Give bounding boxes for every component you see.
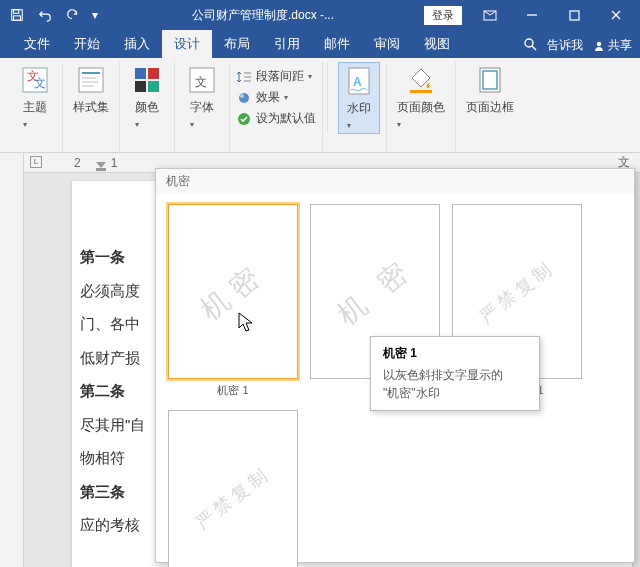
- svg-rect-2: [14, 16, 21, 20]
- style-set-icon: [75, 64, 107, 96]
- tab-home[interactable]: 开始: [62, 30, 112, 58]
- title-right: 登录: [424, 1, 636, 29]
- close-icon[interactable]: [596, 1, 636, 29]
- page-border-button[interactable]: 页面边框: [462, 62, 518, 118]
- undo-icon[interactable]: [32, 3, 58, 27]
- tooltip-title: 机密 1: [383, 345, 527, 362]
- tab-insert[interactable]: 插入: [112, 30, 162, 58]
- para-spacing-icon: [236, 69, 252, 85]
- tooltip: 机密 1 以灰色斜排文字显示的"机密"水印: [370, 336, 540, 411]
- tell-me[interactable]: 告诉我: [547, 37, 583, 54]
- quick-access-toolbar: ▾: [4, 3, 102, 27]
- paragraph-spacing-button[interactable]: 段落间距 ▾: [236, 66, 312, 87]
- style-set-button[interactable]: 样式集: [69, 62, 113, 118]
- tab-view[interactable]: 视图: [412, 30, 462, 58]
- svg-rect-19: [135, 68, 146, 79]
- watermark-button[interactable]: A 水印▾: [338, 62, 380, 134]
- title-bar: ▾ 公司财产管理制度.docx -... 登录: [0, 0, 640, 30]
- fonts-button[interactable]: 文 字体▾: [181, 62, 223, 132]
- page-color-icon: [405, 64, 437, 96]
- ribbon-options-icon[interactable]: [470, 1, 510, 29]
- checkmark-icon: [236, 111, 252, 127]
- watermark-caption: 机密 1: [217, 383, 248, 398]
- themes-icon: 文文: [19, 64, 51, 96]
- tooltip-body: 以灰色斜排文字显示的"机密"水印: [383, 366, 527, 402]
- document-title: 公司财产管理制度.docx -...: [102, 7, 424, 24]
- tab-review[interactable]: 审阅: [362, 30, 412, 58]
- maximize-icon[interactable]: [554, 1, 594, 29]
- vertical-ruler[interactable]: [0, 153, 24, 567]
- ribbon-tabs: 文件 开始 插入 设计 布局 引用 邮件 审阅 视图 告诉我 共享: [0, 30, 640, 58]
- tab-file[interactable]: 文件: [12, 30, 62, 58]
- svg-rect-37: [96, 168, 106, 171]
- svg-rect-5: [570, 11, 579, 20]
- fonts-icon: 文: [186, 64, 218, 96]
- tab-layout[interactable]: 布局: [212, 30, 262, 58]
- svg-line-9: [532, 46, 536, 50]
- tab-references[interactable]: 引用: [262, 30, 312, 58]
- tab-design[interactable]: 设计: [162, 30, 212, 58]
- search-icon[interactable]: [523, 37, 537, 54]
- svg-rect-1: [14, 10, 19, 14]
- tab-mail[interactable]: 邮件: [312, 30, 362, 58]
- svg-marker-36: [96, 162, 106, 168]
- set-default-button[interactable]: 设为默认值: [236, 108, 316, 129]
- svg-point-10: [597, 41, 601, 45]
- svg-point-29: [240, 94, 244, 98]
- svg-rect-20: [148, 68, 159, 79]
- share-button[interactable]: 共享: [593, 37, 632, 54]
- effects-button[interactable]: 效果 ▾: [236, 87, 288, 108]
- themes-button[interactable]: 文文 主题▾: [14, 62, 56, 132]
- indent-marker-icon[interactable]: [96, 161, 106, 169]
- page-color-button[interactable]: 页面颜色▾: [393, 62, 449, 132]
- svg-text:文: 文: [34, 76, 46, 90]
- svg-point-8: [525, 39, 533, 47]
- save-icon[interactable]: [4, 3, 30, 27]
- colors-icon: [131, 64, 163, 96]
- svg-text:文: 文: [195, 75, 207, 89]
- colors-button[interactable]: 颜色▾: [126, 62, 168, 132]
- minimize-icon[interactable]: [512, 1, 552, 29]
- ribbon: 文文 主题▾ 样式集 颜色▾ 文 字体▾ 段落间距 ▾ 效果 ▾ 设为默认值 A…: [0, 58, 640, 153]
- effects-icon: [236, 90, 252, 106]
- svg-text:A: A: [353, 75, 362, 89]
- watermark-option[interactable]: 严禁复制: [168, 410, 298, 567]
- svg-rect-14: [79, 68, 103, 92]
- redo-icon[interactable]: [60, 3, 86, 27]
- svg-rect-33: [410, 90, 432, 93]
- watermark-option[interactable]: 机密 机密 1: [168, 204, 298, 398]
- qat-customize-icon[interactable]: ▾: [88, 3, 102, 27]
- gallery-header: 机密: [156, 169, 634, 194]
- svg-point-28: [239, 93, 249, 103]
- page-border-icon: [474, 64, 506, 96]
- watermark-icon: A: [343, 65, 375, 97]
- svg-rect-22: [148, 81, 159, 92]
- svg-rect-21: [135, 81, 146, 92]
- login-button[interactable]: 登录: [424, 6, 462, 25]
